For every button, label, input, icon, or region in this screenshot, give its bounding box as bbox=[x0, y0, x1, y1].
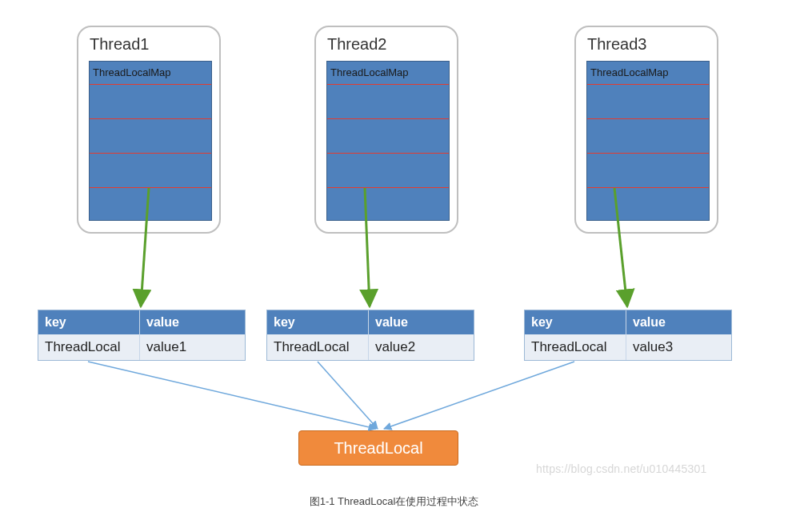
map-row bbox=[587, 153, 709, 187]
key-cell: ThreadLocal bbox=[38, 334, 140, 360]
map-row bbox=[90, 187, 211, 222]
map-row bbox=[587, 118, 709, 153]
threadlocalmap-label: ThreadLocalMap bbox=[90, 62, 211, 84]
kv-table-1: key value ThreadLocal value1 bbox=[38, 310, 246, 361]
kv-table-3: key value ThreadLocal value3 bbox=[524, 310, 732, 361]
threadlocal-target: ThreadLocal bbox=[298, 430, 458, 466]
map-row bbox=[90, 118, 211, 153]
diagram-canvas: Thread1 ThreadLocalMap Thread2 ThreadLoc… bbox=[0, 0, 788, 532]
value-header: value bbox=[140, 310, 245, 334]
thread-box-3: Thread3 ThreadLocalMap bbox=[574, 26, 718, 234]
key-header: key bbox=[525, 310, 626, 334]
map-row bbox=[327, 187, 449, 222]
threadlocalmap-block: ThreadLocalMap bbox=[586, 61, 710, 221]
arrow-blue-2 bbox=[318, 362, 378, 429]
value-header: value bbox=[626, 310, 731, 334]
map-row bbox=[587, 187, 709, 222]
threadlocalmap-label: ThreadLocalMap bbox=[327, 62, 449, 84]
threadlocalmap-block: ThreadLocalMap bbox=[326, 61, 450, 221]
threadlocalmap-block: ThreadLocalMap bbox=[89, 61, 212, 221]
map-row bbox=[327, 84, 449, 118]
map-row bbox=[327, 153, 449, 187]
thread-title: Thread3 bbox=[587, 35, 647, 54]
kv-table-2: key value ThreadLocal value2 bbox=[266, 310, 474, 361]
key-cell: ThreadLocal bbox=[525, 334, 626, 360]
key-header: key bbox=[267, 310, 369, 334]
figure-caption: 图1-1 ThreadLocal在使用过程中状态 bbox=[0, 494, 788, 509]
thread-box-1: Thread1 ThreadLocalMap bbox=[77, 26, 221, 234]
value-cell: value3 bbox=[626, 334, 731, 360]
value-header: value bbox=[369, 310, 474, 334]
thread-title: Thread1 bbox=[90, 35, 150, 54]
map-row bbox=[90, 84, 211, 118]
threadlocalmap-label: ThreadLocalMap bbox=[587, 62, 709, 84]
thread-box-2: Thread2 ThreadLocalMap bbox=[314, 26, 458, 234]
key-cell: ThreadLocal bbox=[267, 334, 369, 360]
arrow-blue-1 bbox=[88, 362, 376, 429]
key-header: key bbox=[38, 310, 140, 334]
threadlocal-label: ThreadLocal bbox=[334, 439, 422, 458]
value-cell: value1 bbox=[140, 334, 245, 360]
map-row bbox=[90, 153, 211, 187]
watermark-text: https://blog.csdn.net/u010445301 bbox=[536, 462, 706, 475]
value-cell: value2 bbox=[369, 334, 474, 360]
map-row bbox=[587, 84, 709, 118]
thread-title: Thread2 bbox=[327, 35, 387, 54]
map-row bbox=[327, 118, 449, 153]
arrow-blue-3 bbox=[384, 362, 574, 429]
